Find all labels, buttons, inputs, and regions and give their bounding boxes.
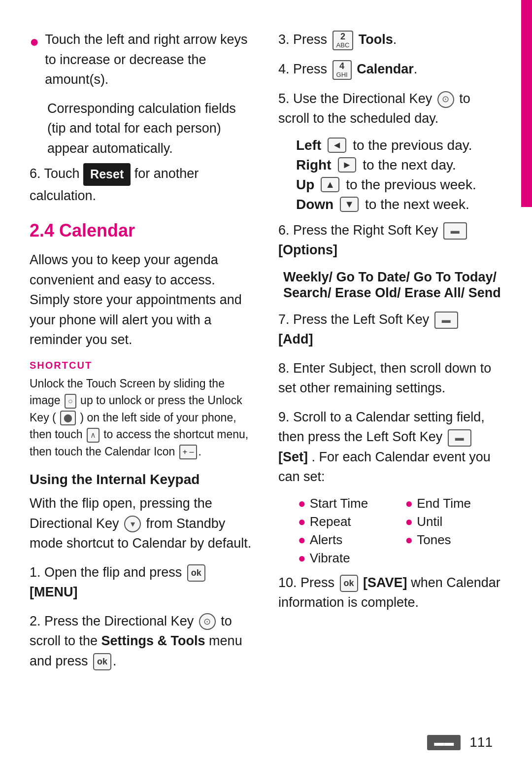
section-title: 2.4 Calendar — [30, 220, 254, 241]
shortcut-label: SHORTCUT — [30, 360, 254, 371]
dir-key-circle-icon: ⊙ — [199, 613, 216, 630]
repeat-label: Repeat — [310, 514, 351, 529]
para-1: Corresponding calculation fields (tip an… — [30, 99, 254, 159]
step1-bold: [MENU] — [30, 585, 77, 599]
vibrate-label: Vibrate — [310, 551, 350, 566]
weekly-heading: Weekly/ Go To Date/ Go To Today/ Search/… — [278, 269, 502, 301]
left-soft-key-icon-2: ▬ — [448, 429, 471, 447]
step-7: 7. Press the Left Soft Key ▬ [Add] — [278, 310, 502, 349]
num4-key-icon: 4 GHI — [332, 60, 352, 80]
step-4: 4. Press 4 GHI Calendar. — [278, 59, 502, 80]
step2-bold: Settings & Tools — [101, 633, 205, 648]
step7-bold: [Add] — [278, 332, 313, 347]
left-soft-key-icon: ▬ — [434, 312, 458, 329]
up-desc: to the previous week. — [346, 177, 476, 193]
arrow-right-icon: ► — [338, 157, 357, 173]
shortcut-text: Unlock the Touch Screen by sliding the i… — [30, 375, 254, 460]
list-item-start-time: ● Start Time — [298, 496, 396, 511]
step10-bold: [SAVE] — [363, 575, 407, 590]
up-label: Up — [296, 177, 314, 193]
step-5: 5. Use the Directional Key ⊙ to scroll t… — [278, 89, 502, 129]
section-desc: Allows you to keep your agenda convenien… — [30, 250, 254, 350]
bullet-dot-unt: ● — [405, 514, 413, 529]
bullet-dot-al: ● — [298, 532, 306, 548]
down-label: Down — [296, 197, 333, 212]
step9-content: 9. Scroll to a Calendar setting field, t… — [278, 407, 502, 487]
bullet-dot-rep: ● — [298, 514, 306, 529]
end-time-label: End Time — [417, 496, 471, 511]
bullet-dot-st: ● — [298, 496, 306, 511]
reset-button-label: Reset — [83, 163, 131, 186]
dir-right-item: Right ► to the next day. — [296, 157, 502, 173]
step6-text: 6. Touch Reset for another calculation. — [30, 163, 254, 206]
list-item-until: ● Until — [405, 514, 503, 529]
ok-key-icon-3: ok — [340, 575, 358, 592]
footer: ▬▬ 111 — [427, 734, 493, 750]
step9-set: [Set] — [278, 450, 308, 464]
alerts-label: Alerts — [310, 532, 342, 548]
step4-content: 4. Press 4 GHI Calendar. — [278, 59, 417, 80]
step3-content: 3. Press 2 ABC Tools. — [278, 30, 397, 50]
dir-key-nav-icon: ⊙ — [437, 91, 454, 108]
step6r-prefix: 6. Press the Right Soft Key — [278, 223, 438, 238]
step7-content: 7. Press the Left Soft Key ▬ [Add] — [278, 310, 460, 349]
bullet-dot-ton: ● — [405, 532, 413, 548]
step3-prefix: 3. Press — [278, 32, 327, 47]
dir-left-item: Left ◄ to the previous day. — [296, 138, 502, 153]
dir-key-down-icon: ▾ — [124, 516, 141, 532]
ok-key-icon: ok — [187, 564, 205, 582]
calendar-icon: + – — [179, 445, 198, 459]
list-item-repeat: ● Repeat — [298, 514, 396, 529]
step-6-right: 6. Press the Right Soft Key ▬ [Options] — [278, 220, 502, 260]
sub-heading: Using the Internal Keypad — [30, 472, 254, 487]
bullet-item-1: ● Touch the left and right arrow keys to… — [30, 30, 254, 90]
direction-items: Left ◄ to the previous day. Right ► to t… — [278, 138, 502, 212]
step-10: 10. Press ok [SAVE] when Calendar inform… — [278, 573, 502, 613]
ok-key-icon-2: ok — [93, 653, 111, 670]
list-item-alerts: ● Alerts — [298, 532, 396, 548]
dir-down-item: Down ▼ to the next week. — [296, 197, 502, 212]
step-1: 1. Open the flip and press ok [MENU] — [30, 562, 254, 602]
accent-bar — [521, 0, 532, 207]
weekly-heading-text: Weekly/ Go To Date/ Go To Today/ Search/… — [283, 270, 501, 300]
step6-prefix: 6. Touch — [30, 166, 80, 181]
bullet-text-1: Touch the left and right arrow keys to i… — [45, 30, 254, 90]
step-6-left: 6. Touch Reset for another calculation. — [30, 163, 254, 206]
list-item-end-time: ● End Time — [405, 496, 503, 511]
step-8: 8. Enter Subject, then scroll down to se… — [278, 358, 502, 398]
dir-up-item: Up ▲ to the previous week. — [296, 177, 502, 193]
step6r-bold: [Options] — [278, 243, 337, 257]
circle-icon: ○ — [65, 394, 76, 409]
num2-key-icon: 2 ABC — [332, 31, 354, 50]
step4-prefix: 4. Press — [278, 62, 327, 76]
step-3: 3. Press 2 ABC Tools. — [278, 30, 502, 50]
step-9: 9. Scroll to a Calendar setting field, t… — [278, 407, 502, 487]
left-desc: to the previous day. — [353, 138, 472, 153]
step9-suffix: . For each Calendar event you can set: — [278, 450, 491, 485]
step1-prefix: 1. Open the flip and press — [30, 565, 182, 580]
unlock-key-icon: ⬤ — [60, 411, 76, 425]
keypad-desc: With the flip open, pressing the Directi… — [30, 493, 254, 554]
arrow-down-icon: ▼ — [340, 197, 359, 212]
step2-prefix: 2. Press the Directional Key — [30, 614, 194, 628]
page-container: ● Touch the left and right arrow keys to… — [0, 0, 532, 765]
step-2: 2. Press the Directional Key ⊙ to scroll… — [30, 611, 254, 671]
right-label: Right — [296, 157, 332, 173]
step1-content: 1. Open the flip and press ok [MENU] — [30, 562, 207, 602]
bullet-dot-1: ● — [30, 31, 39, 90]
step4-bold: Calendar — [357, 62, 414, 76]
arrow-up-icon: ▲ — [321, 177, 339, 192]
left-column: ● Touch the left and right arrow keys to… — [30, 30, 254, 735]
arrow-left-icon: ◄ — [328, 138, 346, 153]
until-label: Until — [417, 514, 442, 529]
list-item-vibrate: ● Vibrate — [298, 551, 396, 566]
start-time-label: Start Time — [310, 496, 368, 511]
page-number: 111 — [469, 734, 493, 750]
content-area: ● Touch the left and right arrow keys to… — [0, 0, 532, 765]
bullet-dot-et: ● — [405, 496, 413, 511]
step5-content: 5. Use the Directional Key ⊙ to scroll t… — [278, 89, 502, 129]
step6r-content: 6. Press the Right Soft Key ▬ [Options] — [278, 220, 468, 260]
step5-prefix: 5. Use the Directional Key — [278, 91, 432, 106]
step2-content: 2. Press the Directional Key ⊙ to scroll… — [30, 611, 254, 671]
list-item-tones: ● Tones — [405, 532, 503, 548]
